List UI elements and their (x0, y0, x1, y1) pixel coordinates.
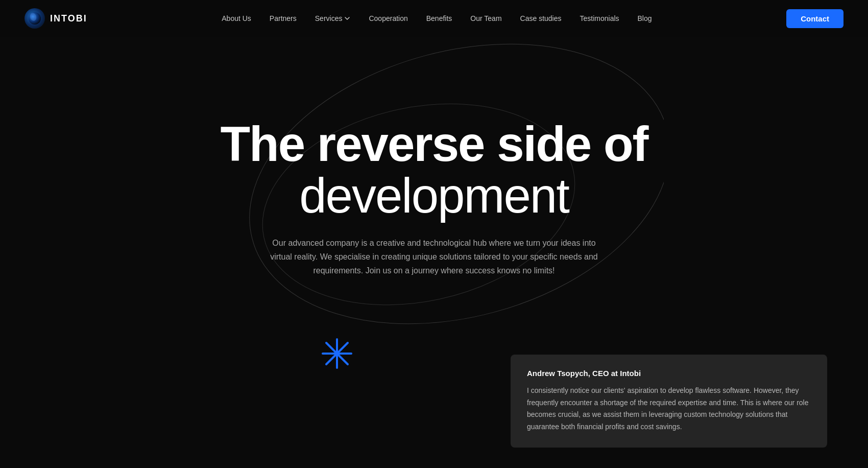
nav-item-ourteam[interactable]: Our Team (470, 14, 501, 23)
nav-link-blog[interactable]: Blog (638, 14, 652, 22)
nav-link-about[interactable]: About Us (222, 14, 251, 22)
nav-link-testimonials[interactable]: Testimonials (580, 14, 619, 22)
hero-section: The reverse side of development Our adva… (0, 0, 868, 468)
logo-icon (25, 8, 45, 29)
nav-links: About Us Partners Services Cooperation B… (222, 14, 652, 23)
hero-title-line2: development (299, 168, 569, 223)
nav-link-services-wrap[interactable]: Services (315, 14, 351, 22)
star-icon (322, 338, 352, 373)
nav-item-services[interactable]: Services (315, 14, 351, 22)
contact-button[interactable]: Contact (786, 9, 843, 28)
nav-item-casestudies[interactable]: Case studies (520, 14, 562, 23)
quote-author: Andrew Tsopych, CEO at Intobi (527, 369, 811, 378)
nav-link-casestudies[interactable]: Case studies (520, 14, 562, 22)
hero-content: The reverse side of development Our adva… (200, 119, 668, 277)
nav-item-cooperation[interactable]: Cooperation (369, 14, 407, 23)
chevron-down-icon (344, 15, 350, 21)
nav-link-services[interactable]: Services (315, 14, 343, 22)
logo-link[interactable]: INTOBI (25, 8, 87, 29)
hero-subtitle: Our advanced company is a creative and t… (260, 236, 608, 278)
quote-card: Andrew Tsopych, CEO at Intobi I consiste… (511, 355, 827, 448)
hero-title-line1: The reverse side of (220, 116, 647, 171)
nav-item-benefits[interactable]: Benefits (426, 14, 452, 23)
nav-link-cooperation[interactable]: Cooperation (369, 14, 407, 22)
quote-text: I consistently notice our clients' aspir… (527, 385, 811, 433)
nav-link-ourteam[interactable]: Our Team (470, 14, 501, 22)
nav-link-partners[interactable]: Partners (270, 14, 297, 22)
nav-item-about[interactable]: About Us (222, 14, 251, 23)
nav-link-benefits[interactable]: Benefits (426, 14, 452, 22)
nav-item-testimonials[interactable]: Testimonials (580, 14, 619, 23)
nav-item-partners[interactable]: Partners (270, 14, 297, 23)
navbar: INTOBI About Us Partners Services Cooper… (0, 0, 868, 37)
nav-item-blog[interactable]: Blog (638, 14, 652, 23)
logo-text: INTOBI (50, 13, 87, 24)
